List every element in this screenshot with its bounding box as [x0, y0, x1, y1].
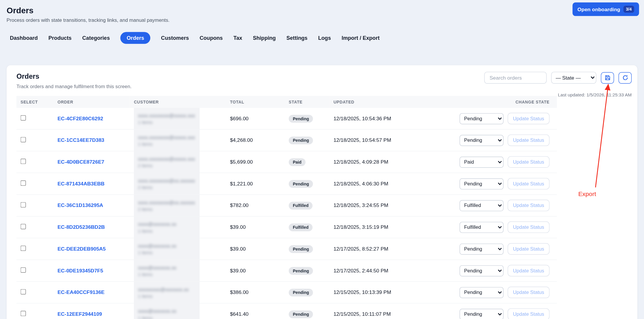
- customer-email-redacted: xxxx.xxxxxxxx@xx.xxxxxx: [138, 200, 195, 205]
- state-badge: Pending: [289, 115, 313, 122]
- nav-tab[interactable]: Categories: [82, 32, 110, 44]
- row-select-checkbox[interactable]: [21, 115, 26, 121]
- nav-tab[interactable]: Tax: [234, 32, 242, 44]
- update-status-button[interactable]: Update Status: [508, 113, 550, 124]
- customer-items-redacted: 1 items: [138, 315, 195, 319]
- customer-redacted-block: xxxx.xxxxxxxx@xx.xxxxxx 2 items: [134, 173, 200, 194]
- change-state-select[interactable]: Fulfilled: [459, 200, 503, 211]
- update-status-button[interactable]: Update Status: [508, 308, 550, 319]
- order-total: $39.00: [226, 216, 285, 238]
- open-onboarding-button[interactable]: Open onboarding 3/4: [573, 2, 639, 16]
- table-row: EC-0DE19345D7F5 xxxx@xxxxxxx.xx 1 items …: [17, 260, 557, 282]
- update-status-button[interactable]: Update Status: [508, 243, 550, 255]
- customer-items-redacted: 1 items: [138, 119, 195, 124]
- change-state-controls: Pending Update Status: [431, 287, 550, 298]
- change-state-select[interactable]: Pending: [459, 287, 503, 298]
- state-badge: Pending: [289, 267, 313, 274]
- update-status-button[interactable]: Update Status: [508, 178, 550, 190]
- update-status-button[interactable]: Update Status: [508, 265, 550, 277]
- row-select-checkbox[interactable]: [21, 202, 26, 208]
- nav-tab[interactable]: Logs: [318, 32, 331, 44]
- customer-items-redacted: 1 items: [138, 141, 195, 146]
- row-select-checkbox[interactable]: [21, 267, 26, 273]
- order-id-link[interactable]: EC-1CC14EE7D383: [58, 137, 104, 143]
- row-select-checkbox[interactable]: [21, 224, 26, 229]
- customer-items-redacted: 2 items: [138, 206, 195, 211]
- customer-redacted-block: xxxx@xxxxxxx.xx 1 items: [134, 238, 200, 259]
- update-status-button[interactable]: Update Status: [508, 200, 550, 211]
- order-id-link[interactable]: EC-12EEF2944109: [58, 311, 102, 317]
- change-state-select[interactable]: Pending: [459, 243, 503, 254]
- customer-items-redacted: 2 items: [138, 163, 195, 168]
- nav-tab[interactable]: Shipping: [253, 32, 275, 44]
- order-updated: 12/18/2025, 3:24:55 PM: [330, 195, 427, 216]
- open-onboarding-label: Open onboarding: [577, 6, 620, 12]
- order-id-link[interactable]: EC-0DE19345D7F5: [58, 268, 103, 273]
- row-select-checkbox[interactable]: [21, 246, 26, 251]
- customer-email-redacted: xxxx.xxxxxxxx@xx.xxxxxx: [138, 178, 195, 183]
- change-state-select[interactable]: Pending: [459, 178, 503, 189]
- state-filter-select[interactable]: — State —: [551, 72, 596, 83]
- customer-email-redacted: xxxx@xxxxxxx.xx: [138, 308, 195, 314]
- update-status-button[interactable]: Update Status: [508, 287, 550, 298]
- order-id-link[interactable]: EC-EA40CCF9136E: [58, 290, 105, 295]
- order-id-link[interactable]: EC-871434AB3EBB: [58, 181, 105, 186]
- main-nav: Dashboard Products Categories Orders Cus…: [0, 32, 644, 44]
- row-select-checkbox[interactable]: [21, 159, 26, 164]
- order-updated: 12/15/2025, 10:11:07 PM: [330, 303, 427, 319]
- order-updated: 12/18/2025, 3:15:19 PM: [330, 216, 427, 238]
- update-status-button[interactable]: Update Status: [508, 156, 550, 168]
- table-row: EC-36C1D136295A xxxx.xxxxxxxx@xx.xxxxxx …: [17, 195, 557, 216]
- state-badge: Fulfilled: [289, 223, 313, 231]
- customer-items-redacted: 1 items: [138, 228, 195, 233]
- header-updated: Updated: [330, 96, 427, 108]
- change-state-controls: Fulfilled Update Status: [431, 200, 550, 211]
- table-row: EC-12EEF2944109 xxxx@xxxxxxx.xx 1 items …: [17, 303, 557, 319]
- customer-redacted-block: xxxx@xxxxxxx.xx 1 items: [134, 216, 200, 238]
- customer-email-redacted: xxxx.xxxxxxxx@xxxxx.xxx: [138, 134, 195, 140]
- last-updated-text: Last updated: 1/5/2026, 11:25:33 AM: [558, 92, 632, 97]
- app-window: Orders Process orders with state transit…: [0, 0, 644, 319]
- nav-tab[interactable]: Products: [48, 32, 71, 44]
- change-state-select[interactable]: Fulfilled: [459, 222, 503, 233]
- nav-tab[interactable]: Settings: [286, 32, 307, 44]
- orders-panel: Orders Track orders and manage fulfilmen…: [6, 65, 637, 319]
- nav-tab[interactable]: Orders: [120, 32, 150, 44]
- table-row: EC-4D0BCE8726E7 xxxx.xxxxxxxx@xxxxx.xxx …: [17, 151, 557, 173]
- order-id-link[interactable]: EC-36C1D136295A: [58, 203, 103, 208]
- change-state-select[interactable]: Pending: [459, 309, 503, 319]
- row-select-checkbox[interactable]: [21, 137, 26, 142]
- export-button[interactable]: [601, 72, 614, 83]
- nav-tab[interactable]: Import / Export: [342, 32, 380, 44]
- order-id-link[interactable]: EC-8D2D5236BD2B: [58, 224, 105, 230]
- change-state-select[interactable]: Pending: [459, 265, 503, 276]
- customer-redacted-block: xxxx.xxxxxxxx@xx.xxxxxx 2 items: [134, 195, 200, 216]
- customer-redacted-block: xxxx.xxxxxxxx@xxxxx.xxx 2 items: [134, 151, 200, 172]
- row-select-checkbox[interactable]: [21, 289, 26, 295]
- panel-title: Orders: [17, 73, 132, 81]
- state-badge: Pending: [289, 136, 313, 144]
- order-id-link[interactable]: EC-4CF2E80C6292: [58, 116, 103, 121]
- change-state-select[interactable]: Paid: [459, 157, 503, 168]
- change-state-select[interactable]: Pending: [459, 135, 503, 146]
- nav-tab[interactable]: Dashboard: [10, 32, 38, 44]
- nav-tab[interactable]: Customers: [161, 32, 189, 44]
- state-badge: Pending: [289, 245, 313, 253]
- customer-items-redacted: 1 items: [138, 250, 195, 255]
- state-badge: Pending: [289, 288, 313, 296]
- row-select-checkbox[interactable]: [21, 311, 26, 316]
- search-orders-input[interactable]: [484, 72, 547, 83]
- customer-items-redacted: 1 items: [138, 272, 195, 277]
- order-id-link[interactable]: EC-DEE2DEB905A5: [58, 246, 106, 252]
- table-row: EC-1CC14EE7D383 xxxx.xxxxxxxx@xxxxx.xxx …: [17, 129, 557, 151]
- refresh-button[interactable]: [619, 72, 632, 83]
- order-id-link[interactable]: EC-4D0BCE8726E7: [58, 159, 104, 165]
- update-status-button[interactable]: Update Status: [508, 134, 550, 146]
- change-state-controls: Pending Update Status: [431, 308, 550, 319]
- order-total: $39.00: [226, 238, 285, 260]
- row-select-checkbox[interactable]: [21, 180, 26, 186]
- update-status-button[interactable]: Update Status: [508, 221, 550, 233]
- state-badge: Pending: [289, 310, 313, 318]
- change-state-select[interactable]: Pending: [459, 113, 503, 124]
- nav-tab[interactable]: Coupons: [200, 32, 223, 44]
